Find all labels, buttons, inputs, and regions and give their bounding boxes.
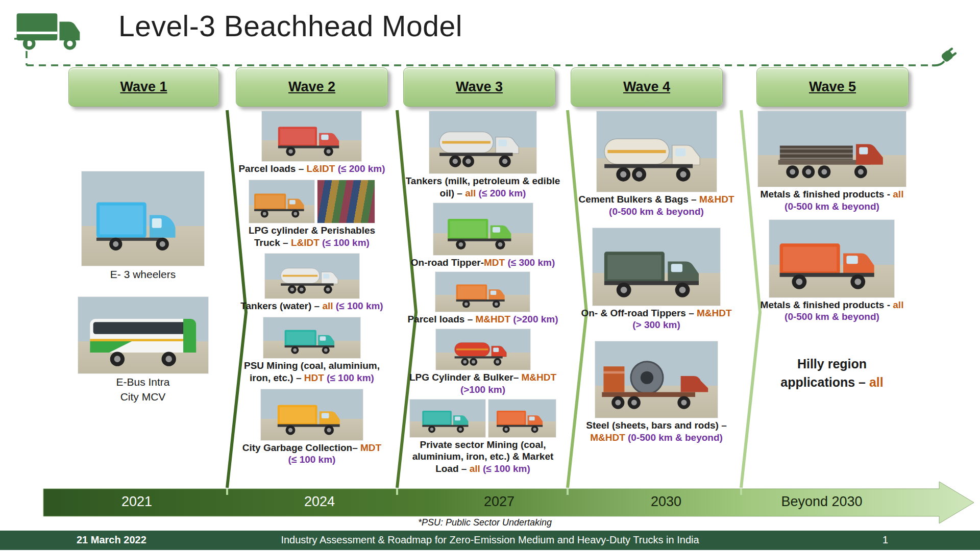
caption: E-Bus Intra City MCV [116,375,169,404]
segment-item: Tankers (milk, petroleum & edible oil) –… [405,111,561,199]
psu-mining-truck-photo [263,317,360,358]
wave-4-column: Cement Bulkers & Bags – M&HDT (0-500 km … [577,111,736,444]
segment-item: Metals & finished products - all (0-500 … [758,111,906,213]
caption: On- & Off-road Tippers – M&HDT (> 300 km… [577,307,736,332]
wave-5-column: Metals & finished products - all (0-500 … [746,111,918,392]
perishables-market-photo [317,180,375,223]
market-load-truck-photo [488,399,556,437]
caption: Tankers (milk, petroleum & edible oil) –… [405,175,561,199]
footer-page-number: 1 [883,534,888,546]
caption: PSU Mining (coal, aluminium, iron, etc.)… [237,360,386,384]
caption: Steel (sheets, bars and rods) – M&HDT (0… [577,419,736,444]
footer-title: Industry Assessment & Roadmap for Zero-E… [0,534,980,546]
caption: Tankers (water) – all (≤ 100 km) [240,300,383,312]
caption: Parcel loads – L&IDT (≤ 200 km) [238,163,385,175]
caption: Hilly region applications – all [780,355,883,392]
milk-petroleum-tanker-photo [429,111,536,173]
segment-item: LPG Cylinder & Bulker– M&HDT (>100 km) [405,329,561,396]
caption: E- 3 wheelers [110,267,176,282]
caption: Private sector Mining (coal, aluminium, … [405,439,561,475]
caption: City Garbage Collection– MDT (≤ 100 km) [237,442,386,466]
truck-icon [13,10,84,57]
garbage-truck-photo [261,389,363,440]
segment-item: Tankers (water) – all (≤ 100 km) [240,254,383,312]
steel-coil-truck-photo [595,341,718,418]
water-tanker-photo [265,254,359,298]
parcel-truck-photo [262,111,361,161]
e-bus-photo [78,297,208,373]
e-3-wheeler-photo [82,171,204,266]
segment-item: Hilly region applications – all [780,330,883,392]
caption: Metals & finished products - all (0-500 … [761,188,904,213]
caption: LPG cylinder & Perishables Truck – L&IDT… [237,224,386,249]
segment-item: City Garbage Collection– MDT (≤ 100 km) [237,389,386,466]
parcel-mhdt-truck-photo [435,272,530,312]
segment-item: Cement Bulkers & Bags – M&HDT (0-500 km … [577,111,736,218]
cement-bulker-photo [597,111,717,192]
wave-4-header: Wave 4 [571,67,723,107]
segment-item: E- 3 wheelers [82,171,204,282]
segment-item: E-Bus Intra City MCV [78,297,208,404]
lpg-cylinder-truck-photo [249,180,314,223]
timeline-year: 2024 [304,494,335,510]
private-mining-truck-photo [410,399,485,437]
segment-item: On- & Off-road Tippers – M&HDT (> 300 km… [577,228,736,332]
wave-1-header: Wave 1 [68,67,219,107]
rebar-flatbed-photo [758,111,906,187]
lpg-bulker-photo [436,329,530,370]
footnote: *PSU: Public Sector Undertaking [418,517,552,528]
footer-bar: 21 March 2022 Industry Assessment & Road… [0,531,980,550]
wave-3-header: Wave 3 [403,67,555,107]
segment-item: Parcel loads – L&IDT (≤ 200 km) [238,111,385,175]
wave-1-column: E- 3 wheelersE-Bus Intra City MCV [74,111,212,404]
caption: On-road Tipper-MDT (≤ 300 km) [411,257,555,269]
caption: Parcel loads – M&HDT (>200 km) [407,313,558,325]
wave-5-header: Wave 5 [756,67,909,107]
segment-item: PSU Mining (coal, aluminium, iron, etc.)… [237,317,386,384]
caption: Cement Bulkers & Bags – M&HDT (0-500 km … [577,193,736,218]
segment-item: LPG cylinder & Perishables Truck – L&IDT… [237,180,386,249]
slide: Level-3 Beachhead Model Wave 1Wave 2Wave… [0,0,980,551]
page-title: Level-3 Beachhead Model [118,9,462,43]
segment-item: Private sector Mining (coal, aluminium, … [405,399,561,475]
timeline-year: Beyond 2030 [781,494,862,510]
segment-item: On-road Tipper-MDT (≤ 300 km) [411,203,555,269]
timeline-year: 2027 [484,494,514,510]
wave-2-column: Parcel loads – L&IDT (≤ 200 km)LPG cylin… [237,111,386,466]
on-road-tipper-photo [433,203,533,255]
segment-item: Parcel loads – M&HDT (>200 km) [407,272,558,325]
segment-item: Metals & finished products - all (0-500 … [761,220,904,323]
timeline-year: 2021 [121,494,152,510]
sacks-truck-photo [769,220,894,297]
caption: Metals & finished products - all (0-500 … [761,299,904,323]
plug-icon [932,47,958,66]
wave-2-header: Wave 2 [236,67,388,107]
caption: LPG Cylinder & Bulker– M&HDT (>100 km) [405,371,561,396]
segment-item: Steel (sheets, bars and rods) – M&HDT (0… [577,341,736,444]
timeline-year: 2030 [651,494,681,510]
on-off-road-tipper-photo [593,228,720,306]
wave-3-column: Tankers (milk, petroleum & edible oil) –… [405,111,561,475]
